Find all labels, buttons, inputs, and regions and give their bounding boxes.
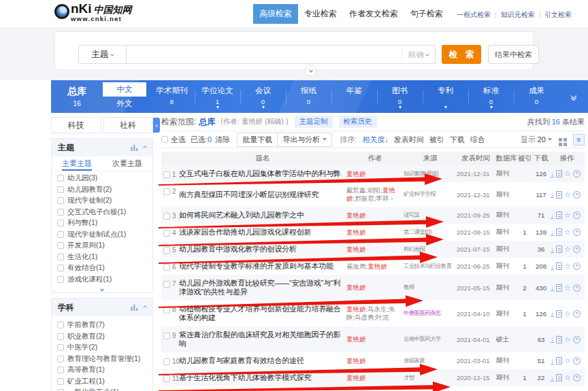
search-in-results-button[interactable]: 结果中检索 [488,45,539,64]
download-icon[interactable]: ↓ [551,263,554,270]
header-link[interactable]: 一框式检索 [457,10,491,20]
sort-option[interactable]: 发表时间 [394,135,424,145]
author-name[interactable]: 童艳娇 [346,211,366,219]
html-read-icon[interactable] [556,170,562,177]
result-title-link[interactable]: 如何将民间艺术融入到幼儿园教学之中 [179,211,346,220]
result-title-link[interactable]: 幼儿园教育中游戏化教学的创设分析 [179,245,346,254]
db-item[interactable]: 报纸0 [286,80,331,113]
collect-icon[interactable]: ☆ [564,336,571,343]
topic-filter-item[interactable]: 利与弊(1) [57,218,147,229]
checkbox[interactable] [57,333,64,340]
author-name[interactable]: 童艳娇 [346,374,366,381]
batch-download-button[interactable]: 批量下载 [238,133,277,146]
result-source[interactable]: 教师 [404,284,457,292]
db-total-tab[interactable]: 总库 16 [51,80,103,113]
download-icon[interactable]: ↓ [551,212,554,219]
html-read-icon[interactable] [556,191,562,199]
subject-filter-item[interactable]: 学前教育(7) [57,320,147,331]
result-download-count[interactable]: 126 [532,310,551,318]
lang-tab-2[interactable]: 外文 [103,97,146,111]
sidebar-collapse-button[interactable]: ‹ [153,118,160,133]
subject-filter-item[interactable]: 职业教育(2) [57,331,147,343]
author-name[interactable]: 童艳娇 [346,357,366,364]
subject-filter-item[interactable]: 矿业工程(1) [57,376,147,388]
checkbox[interactable] [57,186,64,193]
checkbox[interactable] [57,356,64,362]
result-download-count[interactable]: 126 [532,170,551,177]
search-button[interactable]: 检 索 [442,45,481,64]
sort-option[interactable]: 下载 [450,135,465,145]
quote-icon[interactable]: ” [573,245,581,253]
quote-icon[interactable]: ” [573,284,581,292]
db-item[interactable]: 学术期刊8 [149,80,195,113]
result-title-link[interactable]: 幼儿园教育与家庭教育有效结合的途径 [179,356,346,365]
result-title-link[interactable]: 动植物检疫专业人才培养与创新创业能力培养融合体系的构建 [179,305,346,322]
db-item[interactable]: 年鉴 [331,80,377,113]
result-title-link[interactable]: 紫连膏治疗肛裂的临床研究及对相关细胞因子的影响 [179,330,346,348]
quote-icon[interactable]: ” [573,310,581,318]
download-icon[interactable]: ↓ [551,358,554,364]
topic-filter-item[interactable]: 生活化(1) [57,252,147,263]
result-download-count[interactable]: 71 [532,211,551,219]
row-checkbox[interactable] [163,375,170,382]
quote-icon[interactable]: ” [573,191,581,199]
checkbox[interactable] [57,231,64,238]
html-read-icon[interactable] [556,228,562,236]
html-read-icon[interactable] [556,310,562,318]
author-name[interactable]: 童艳娇 [346,305,366,313]
download-icon[interactable]: ↓ [551,171,554,177]
list-view-icon[interactable]: ≡ [573,134,585,146]
result-download-count[interactable]: 117 [532,191,551,199]
lang-tab-1[interactable]: 中文 [103,82,146,97]
result-source[interactable]: 矿业科学学报 [404,190,457,199]
subject-filter-item[interactable]: 教育理论与教育管理(1) [57,354,147,365]
checkbox[interactable] [57,209,64,216]
page-size-select[interactable]: 20 [538,135,552,143]
author-name[interactable]: 戴世鑫;胡阳; [346,186,382,194]
author-name[interactable]: 童艳娇 [368,262,387,270]
scope-value[interactable]: 总库 [199,116,215,128]
author-name[interactable]: 童艳娇 [346,335,366,343]
topic-filter-item[interactable]: 有效结合(1) [57,262,147,274]
clear-selection-button[interactable]: 清除 [215,135,230,145]
collect-icon[interactable]: ☆ [564,284,571,292]
result-download-count[interactable]: 430 [532,284,551,292]
html-read-icon[interactable] [556,374,562,381]
collect-icon[interactable]: ☆ [564,228,571,236]
match-mode-select[interactable]: 精确 [402,48,435,61]
collect-icon[interactable]: ☆ [564,170,571,177]
html-read-icon[interactable] [556,284,562,292]
quote-icon[interactable]: ” [573,211,581,219]
topic-expand-more[interactable] [52,286,152,292]
row-checkbox[interactable] [163,188,170,195]
checkbox[interactable] [57,242,64,249]
db-item[interactable]: 标准0 [468,80,514,113]
quote-icon[interactable]: ” [573,170,581,177]
topic-custom-button[interactable]: 主题定制 [295,116,333,128]
sidebar-tab-2[interactable]: 社科 [103,117,154,133]
header-link[interactable]: 知识元检索 [501,10,535,20]
result-source[interactable]: 云南中医药大学 [404,335,457,343]
collapse-panel-icon[interactable] [143,146,147,150]
subject-filter-item[interactable]: 中医学(2) [57,342,147,354]
checkbox[interactable] [57,197,64,204]
html-read-icon[interactable] [556,245,562,253]
author-name[interactable]: 童艳娇 [346,284,366,291]
db-item[interactable]: 学位论文1 [195,80,240,113]
header-link[interactable]: 引文检索 [544,10,572,20]
topic-filter-item[interactable]: 现代学徒制(2) [57,195,147,207]
download-icon[interactable]: ↓ [551,229,554,236]
result-title-link[interactable]: 交互式电子白板在幼儿园集体教学活动中的利与弊 [179,169,346,178]
topic-filter-item[interactable]: 幼儿园(3) [57,173,147,184]
html-read-icon[interactable] [556,357,562,364]
collect-icon[interactable]: ☆ [564,262,571,270]
expand-search-toggle[interactable] [305,65,316,76]
result-download-count[interactable]: 36 [532,245,551,253]
result-source[interactable]: 幸福家庭 [404,357,457,365]
quote-icon[interactable]: ” [573,357,581,364]
collect-icon[interactable]: ☆ [564,357,571,364]
row-checkbox[interactable] [163,307,170,313]
result-source[interactable]: 中兽医医药杂志 [404,309,457,318]
checkbox[interactable] [57,276,64,283]
author-name[interactable]: 童艳娇 [346,170,366,177]
